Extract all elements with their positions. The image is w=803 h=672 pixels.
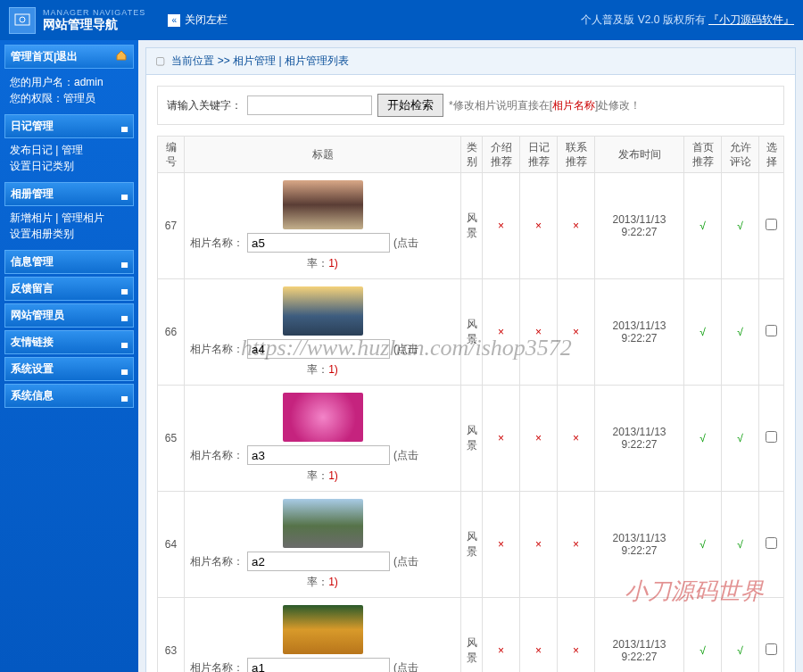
photo-name-input[interactable] xyxy=(247,658,390,672)
cell-diary-rec[interactable]: × xyxy=(520,386,558,492)
sidebar-sub-1: 新增相片 | 管理相片设置相册类别 xyxy=(4,206,134,247)
row-select-checkbox[interactable] xyxy=(766,219,777,230)
cell-intro-rec[interactable]: × xyxy=(483,598,520,673)
cell-time: 2013/11/13 9:22:27 xyxy=(595,173,684,279)
cell-id: 66 xyxy=(158,279,185,386)
cell-contact-rec[interactable]: × xyxy=(558,279,595,386)
photo-thumbnail[interactable] xyxy=(283,180,363,229)
sidebar-cat-6[interactable]: 系统设置▄ xyxy=(4,357,134,381)
cell-select xyxy=(759,279,784,386)
svg-point-1 xyxy=(20,17,25,22)
cell-category: 风景 xyxy=(461,173,483,279)
search-row: 请输入关键字： 开始检索 *修改相片说明直接在[相片名称]处修改！ xyxy=(157,86,784,125)
sidebar-cat-4[interactable]: 网站管理员▄ xyxy=(4,303,134,328)
cell-title: 相片名称：(点击率：1) xyxy=(185,386,461,492)
logo-text: MANAGER NAVIGATES 网站管理导航 xyxy=(43,8,145,33)
sidebar-sub-item[interactable]: 设置相册类别 xyxy=(10,226,128,242)
cell-home-rec[interactable]: √ xyxy=(684,173,722,279)
sidebar-sub-item[interactable]: 设置日记类别 xyxy=(10,158,128,174)
photo-thumbnail[interactable] xyxy=(283,499,363,548)
cell-intro-rec[interactable]: × xyxy=(483,279,520,386)
search-hint: *修改相片说明直接在[相片名称]处修改！ xyxy=(449,98,641,113)
cell-diary-rec[interactable]: × xyxy=(520,598,558,673)
cell-allow-cmt[interactable]: √ xyxy=(722,173,759,279)
table-row: 66相片名称：(点击率：1)风景×××2013/11/13 9:22:27√√ xyxy=(158,279,784,386)
photo-thumbnail[interactable] xyxy=(283,605,363,654)
cell-time: 2013/11/13 9:22:27 xyxy=(595,279,684,386)
sidebar-cat-3[interactable]: 反馈留言▄ xyxy=(4,277,134,301)
cell-id: 65 xyxy=(158,386,185,492)
breadcrumb: ▢ 当前位置 >> 相片管理 | 相片管理列表 xyxy=(146,48,795,75)
cell-home-rec[interactable]: √ xyxy=(684,492,722,598)
cell-contact-rec[interactable]: × xyxy=(558,598,595,673)
user-role: 管理员 xyxy=(63,92,95,104)
click-label: (点击 xyxy=(393,660,418,673)
row-select-checkbox[interactable] xyxy=(766,537,777,549)
cell-intro-rec[interactable]: × xyxy=(483,492,520,598)
cell-home-rec[interactable]: √ xyxy=(684,279,722,386)
home-link[interactable]: 管理首页 xyxy=(11,49,54,64)
photo-name-input[interactable] xyxy=(247,552,390,571)
photo-name-label: 相片名称： xyxy=(190,448,244,463)
cell-select xyxy=(759,173,784,279)
rate-row: 率：1) xyxy=(190,469,455,484)
cell-time: 2013/11/13 9:22:27 xyxy=(595,386,684,492)
photo-table: 编号 标题 类别 介绍推荐 日记推荐 联系推荐 发布时间 首页推荐 允许评论 选… xyxy=(157,136,784,672)
cell-contact-rec[interactable]: × xyxy=(558,386,595,492)
photo-thumbnail[interactable] xyxy=(283,393,363,442)
search-button[interactable]: 开始检索 xyxy=(377,94,443,117)
cell-diary-rec[interactable]: × xyxy=(520,173,558,279)
sidebar-cat-7[interactable]: 系统信息▄ xyxy=(4,384,134,408)
sidebar-header: 管理首页 | 退出 xyxy=(4,45,134,69)
cell-diary-rec[interactable]: × xyxy=(520,279,558,386)
arrow-icon: ▄ xyxy=(121,284,128,294)
photo-name-input[interactable] xyxy=(247,233,390,253)
col-allow-cmt: 允许评论 xyxy=(722,137,759,173)
arrow-icon: ▄ xyxy=(121,337,128,347)
table-row: 64相片名称：(点击率：1)风景×××2013/11/13 9:22:27√√ xyxy=(158,492,784,598)
row-select-checkbox[interactable] xyxy=(766,325,777,336)
photo-thumbnail[interactable] xyxy=(283,286,363,336)
col-id: 编号 xyxy=(158,137,185,173)
cell-home-rec[interactable]: √ xyxy=(684,598,722,673)
click-label: (点击 xyxy=(393,342,418,357)
photo-name-input[interactable] xyxy=(247,445,390,465)
table-row: 63相片名称：(点击率：1)风景×××2013/11/13 9:22:27√√ xyxy=(158,598,784,673)
brand-link[interactable]: 『小刀源码软件』 xyxy=(708,13,794,26)
photo-name-label: 相片名称： xyxy=(190,660,244,673)
cell-select xyxy=(759,598,784,673)
cell-select xyxy=(759,386,784,492)
row-select-checkbox[interactable] xyxy=(766,431,777,443)
row-select-checkbox[interactable] xyxy=(766,643,777,655)
sidebar-cat-5[interactable]: 友情链接▄ xyxy=(4,330,134,354)
table-header-row: 编号 标题 类别 介绍推荐 日记推荐 联系推荐 发布时间 首页推荐 允许评论 选… xyxy=(158,137,784,173)
cell-intro-rec[interactable]: × xyxy=(483,386,520,492)
sidebar-sub-item[interactable]: 发布日记 | 管理 xyxy=(10,142,128,158)
svg-rect-0 xyxy=(15,14,29,25)
cell-category: 风景 xyxy=(461,492,483,598)
sidebar-cat-1[interactable]: 相册管理▄ xyxy=(4,182,134,206)
cell-allow-cmt[interactable]: √ xyxy=(722,492,759,598)
cell-intro-rec[interactable]: × xyxy=(483,173,520,279)
search-input[interactable] xyxy=(247,95,372,115)
arrow-icon: ▄ xyxy=(121,391,128,401)
username: admin xyxy=(74,76,103,88)
arrow-icon: ▄ xyxy=(121,364,128,374)
arrow-icon: ▄ xyxy=(121,189,128,199)
sidebar-cat-0[interactable]: 日记管理▄ xyxy=(4,114,134,138)
sidebar-cat-2[interactable]: 信息管理▄ xyxy=(4,250,134,274)
cell-title: 相片名称：(点击率：1) xyxy=(185,279,461,386)
top-bar: MANAGER NAVIGATES 网站管理导航 « 关闭左栏 个人普及版 V2… xyxy=(0,0,803,40)
cell-contact-rec[interactable]: × xyxy=(558,492,595,598)
cell-allow-cmt[interactable]: √ xyxy=(722,598,759,673)
cell-home-rec[interactable]: √ xyxy=(684,386,722,492)
cell-allow-cmt[interactable]: √ xyxy=(722,386,759,492)
cell-allow-cmt[interactable]: √ xyxy=(722,279,759,386)
close-left-panel[interactable]: « 关闭左栏 xyxy=(168,12,228,28)
logout-link[interactable]: 退出 xyxy=(56,49,78,64)
photo-name-label: 相片名称： xyxy=(190,554,244,569)
cell-contact-rec[interactable]: × xyxy=(558,173,595,279)
photo-name-input[interactable] xyxy=(247,339,390,359)
sidebar-sub-item[interactable]: 新增相片 | 管理相片 xyxy=(10,210,128,226)
cell-diary-rec[interactable]: × xyxy=(520,492,558,598)
